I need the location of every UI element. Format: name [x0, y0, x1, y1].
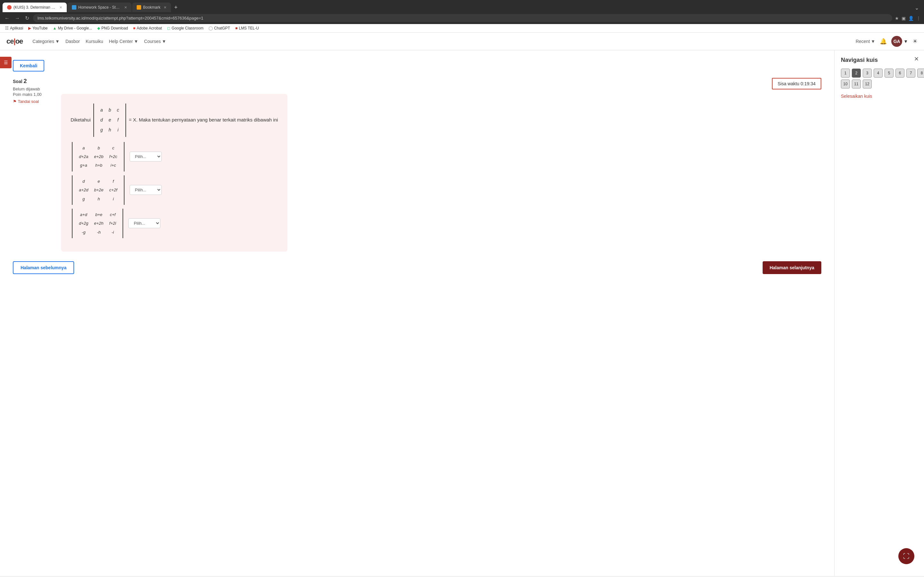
- dropdown-3[interactable]: Pilih...: [128, 218, 160, 228]
- nav-helpcenter[interactable]: Help Center ▼: [109, 39, 139, 44]
- sub-matrix-1: a b c d+2a e+2b f+2c: [72, 142, 124, 171]
- extension-icon[interactable]: ▣: [901, 16, 906, 21]
- right-panel: ✕ Navigasi kuis 123456789101112 Selesaik…: [834, 50, 924, 576]
- chevron-down-icon-courses: ▼: [162, 39, 166, 44]
- tab-favicon-2: [72, 5, 76, 10]
- matrix-cell: g: [98, 125, 105, 135]
- logo[interactable]: ce|oe: [6, 37, 23, 45]
- profile-icon[interactable]: 👤: [908, 16, 914, 21]
- question-card: Diketahui a b c: [61, 94, 288, 251]
- back-nav-button[interactable]: ←: [3, 15, 11, 22]
- close-panel-button[interactable]: ✕: [914, 55, 919, 63]
- back-button[interactable]: Kembali: [13, 60, 44, 71]
- bookmark-classroom[interactable]: ◻ Google Classroom: [165, 25, 205, 31]
- dropdown-2[interactable]: Pilih...: [129, 185, 162, 195]
- bookmark-lms[interactable]: ■ LMS TEL-U: [233, 25, 261, 31]
- nav-num-4[interactable]: 4: [874, 69, 883, 77]
- main-content: ☰ Kembali Sisa waktu 0:19:34 Soal 2 Belu…: [0, 50, 924, 576]
- menu-icon[interactable]: ⋮: [916, 16, 921, 21]
- lms-icon: ■: [235, 26, 237, 31]
- nav-num-6[interactable]: 6: [895, 69, 905, 77]
- tab-favicon-3: [137, 5, 141, 10]
- tandai-area: ⚑ Tandai soal: [13, 99, 55, 104]
- tab-close-1[interactable]: ✕: [59, 5, 62, 10]
- nav-num-3[interactable]: 3: [863, 69, 872, 77]
- acrobat-icon: ■: [133, 26, 136, 31]
- bookmark-drive[interactable]: ▲ My Drive - Google...: [51, 25, 94, 31]
- nav-courses[interactable]: Courses ▼: [144, 39, 166, 44]
- bookmark-icon-aplikasi: ☷: [5, 26, 9, 31]
- bookmark-chatgpt[interactable]: ◯ ChatGPT: [207, 25, 232, 31]
- tab-studyx[interactable]: Homework Space - StudyX ✕: [67, 3, 132, 12]
- nav-categories[interactable]: Categories ▼: [32, 39, 60, 44]
- address-bar[interactable]: lms.telkomuniversity.ac.id/mod/quiz/atte…: [33, 14, 892, 22]
- sidebar-toggle-button[interactable]: ☰: [0, 57, 11, 68]
- sub-matrix-3: a+d b+e c+f d+2g e+2h f+2i: [72, 209, 123, 238]
- bookmark-youtube[interactable]: ▶ YouTube: [26, 25, 49, 31]
- nav-num-8[interactable]: 8: [917, 69, 924, 77]
- tandai-soal-link[interactable]: ⚑ Tandai soal: [13, 99, 39, 104]
- nav-dasbor[interactable]: Dasbor: [65, 39, 80, 44]
- star-icon[interactable]: ★: [895, 16, 899, 21]
- notification-bell-icon[interactable]: 🔔: [880, 38, 887, 45]
- matrix-cell: f: [114, 115, 121, 125]
- top-nav: ce|oe Categories ▼ Dasbor Kursuiku Help …: [0, 33, 924, 50]
- avatar[interactable]: GA: [891, 36, 902, 47]
- tab-title-3: Bookmark: [143, 5, 160, 10]
- nav-recent[interactable]: Recent ▼: [856, 39, 875, 44]
- nav-num-1[interactable]: 1: [841, 69, 850, 77]
- sub-matrix-row-1: a b c d+2a e+2b f+2c: [71, 142, 278, 171]
- bookmarks-bar: ☷ Aplikasi ▶ YouTube ▲ My Drive - Google…: [0, 24, 924, 33]
- nav-num-10[interactable]: 10: [841, 79, 850, 89]
- soal-label: Soal 2: [13, 78, 55, 85]
- nav-grid: 123456789101112: [841, 69, 918, 89]
- tab-title-1: (KUIS) 3. Determinan (page...: [13, 5, 56, 10]
- bookmark-aplikasi[interactable]: ☷ Aplikasi: [3, 25, 25, 31]
- nav-kursuiku[interactable]: Kursuiku: [86, 39, 103, 44]
- flag-icon: ⚑: [13, 99, 18, 104]
- chatgpt-icon: ◯: [208, 26, 213, 31]
- reload-button[interactable]: ↻: [24, 15, 31, 22]
- sub-matrix-2: d e f a+2d b+2e c+2f: [72, 175, 124, 205]
- dropdown-1[interactable]: Pilih...: [129, 152, 162, 161]
- png-icon: ◆: [97, 26, 100, 31]
- nav-kuis-title: Navigasi kuis: [841, 57, 918, 63]
- nav-num-2[interactable]: 2: [852, 69, 861, 77]
- nav-bottom: Halaman sebelumnya Halaman selanjutnya: [13, 261, 821, 274]
- prev-page-button[interactable]: Halaman sebelumnya: [13, 261, 74, 274]
- new-tab-button[interactable]: +: [172, 3, 180, 12]
- sub-matrix-row-2: d e f a+2d b+2e c+2f: [71, 175, 278, 205]
- matrix-cell: b: [106, 105, 114, 115]
- matrix-cell: a: [98, 105, 105, 115]
- logo-text2: oe: [15, 37, 23, 45]
- nav-num-12[interactable]: 12: [863, 79, 872, 89]
- float-action-button[interactable]: ⛶: [898, 548, 914, 564]
- nav-num-5[interactable]: 5: [885, 69, 893, 77]
- address-text: lms.telkomuniversity.ac.id/mod/quiz/atte…: [37, 16, 204, 21]
- chevron-down-icon-avatar[interactable]: ▼: [903, 39, 908, 44]
- next-page-button[interactable]: Halaman selanjutnya: [762, 261, 821, 274]
- tab-end-button[interactable]: ⌄: [912, 3, 921, 12]
- nav-num-7[interactable]: 7: [906, 69, 915, 77]
- theme-toggle-icon[interactable]: ☀: [913, 38, 918, 45]
- tab-close-3[interactable]: ✕: [164, 5, 166, 10]
- tab-bookmark[interactable]: Bookmark ✕: [132, 3, 171, 12]
- question-text: Diketahui a b c: [71, 103, 278, 137]
- nav-num-11[interactable]: 11: [852, 79, 861, 89]
- youtube-icon: ▶: [28, 26, 31, 31]
- nav-right: Recent ▼ 🔔 GA ▼ ☀: [856, 36, 918, 47]
- forward-nav-button[interactable]: →: [13, 15, 21, 22]
- expand-icon: ⛶: [903, 553, 909, 560]
- tab-bar: (KUIS) 3. Determinan (page... ✕ Homework…: [0, 0, 924, 12]
- matrix-cell: d: [98, 115, 105, 125]
- soal-poin: Poin maks 1,00: [13, 92, 55, 97]
- tab-close-2[interactable]: ✕: [124, 5, 127, 10]
- address-bar-row: ← → ↻ lms.telkomuniversity.ac.id/mod/qui…: [0, 12, 924, 24]
- bookmark-png[interactable]: ◆ PNG Download: [95, 25, 130, 31]
- bookmark-acrobat[interactable]: ■ Adobe Acrobat: [131, 25, 164, 31]
- tab-quiz[interactable]: (KUIS) 3. Determinan (page... ✕: [3, 3, 67, 12]
- browser-chrome: (KUIS) 3. Determinan (page... ✕ Homework…: [0, 0, 924, 33]
- selesaikan-kuis-link[interactable]: Selesaikan kuis: [841, 93, 872, 99]
- page-wrapper: ce|oe Categories ▼ Dasbor Kursuiku Help …: [0, 33, 924, 577]
- addr-icons: ★ ▣ 👤 ⋮: [895, 16, 921, 21]
